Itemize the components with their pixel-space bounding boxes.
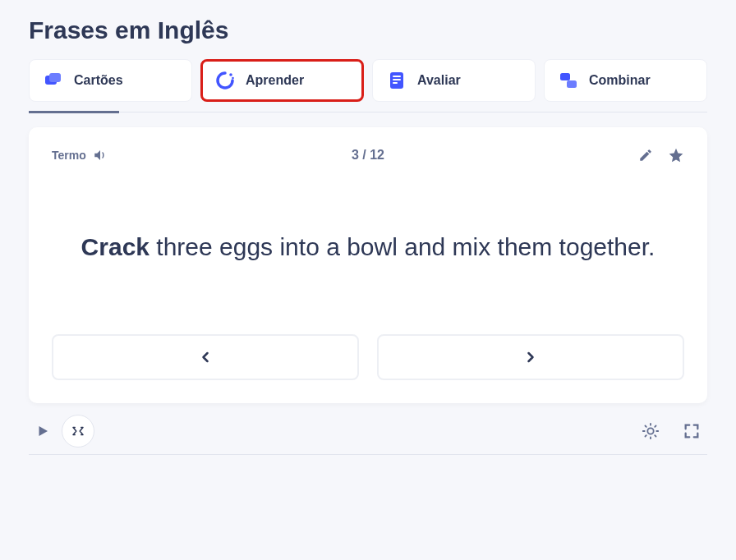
tab-label: Avaliar bbox=[417, 73, 461, 88]
svg-point-2 bbox=[229, 73, 232, 76]
svg-rect-10 bbox=[567, 80, 577, 88]
tab-label: Combinar bbox=[589, 73, 651, 88]
page-title: Frases em Inglês bbox=[29, 16, 707, 44]
edit-icon[interactable] bbox=[638, 148, 653, 163]
cards-icon bbox=[43, 70, 64, 91]
gear-icon[interactable] bbox=[642, 422, 660, 440]
tab-label: Aprender bbox=[246, 73, 304, 88]
term-label: Termo bbox=[52, 149, 86, 162]
bottom-bar bbox=[29, 403, 707, 455]
svg-rect-7 bbox=[393, 79, 401, 80]
flashcard[interactable]: Termo 3 / 12 bbox=[29, 127, 707, 403]
audio-icon[interactable] bbox=[93, 148, 108, 163]
tabs-row: Cartões Aprender Avaliar bbox=[29, 59, 707, 102]
tab-cards[interactable]: Cartões bbox=[29, 59, 192, 102]
chevron-left-icon bbox=[197, 349, 214, 365]
shuffle-icon bbox=[71, 424, 85, 438]
svg-point-3 bbox=[232, 77, 234, 80]
next-button[interactable] bbox=[377, 334, 684, 380]
svg-rect-9 bbox=[560, 73, 570, 80]
fullscreen-icon[interactable] bbox=[683, 422, 701, 440]
card-term-text: Crack three eggs into a bowl and mix the… bbox=[52, 227, 684, 267]
tab-label: Cartões bbox=[74, 73, 123, 88]
tab-learn[interactable]: Aprender bbox=[200, 59, 364, 102]
match-icon bbox=[558, 70, 579, 91]
card-counter: 3 / 12 bbox=[352, 148, 384, 163]
prev-button[interactable] bbox=[52, 334, 359, 380]
term-rest: three eggs into a bowl and mix them toge… bbox=[150, 233, 655, 260]
tab-match[interactable]: Combinar bbox=[544, 59, 707, 102]
test-icon bbox=[386, 70, 407, 91]
svg-rect-8 bbox=[393, 82, 398, 84]
card-header: Termo 3 / 12 bbox=[52, 147, 684, 163]
shuffle-button[interactable] bbox=[62, 415, 94, 448]
svg-rect-6 bbox=[393, 76, 401, 77]
play-icon[interactable] bbox=[35, 424, 50, 438]
nav-row bbox=[52, 334, 684, 380]
term-bold: Crack bbox=[81, 233, 150, 260]
chevron-right-icon bbox=[522, 349, 539, 365]
learn-icon bbox=[214, 70, 236, 91]
tab-test[interactable]: Avaliar bbox=[372, 59, 536, 102]
star-icon[interactable] bbox=[668, 147, 684, 163]
divider bbox=[29, 112, 707, 112]
svg-point-4 bbox=[232, 80, 233, 82]
svg-rect-1 bbox=[49, 73, 61, 82]
